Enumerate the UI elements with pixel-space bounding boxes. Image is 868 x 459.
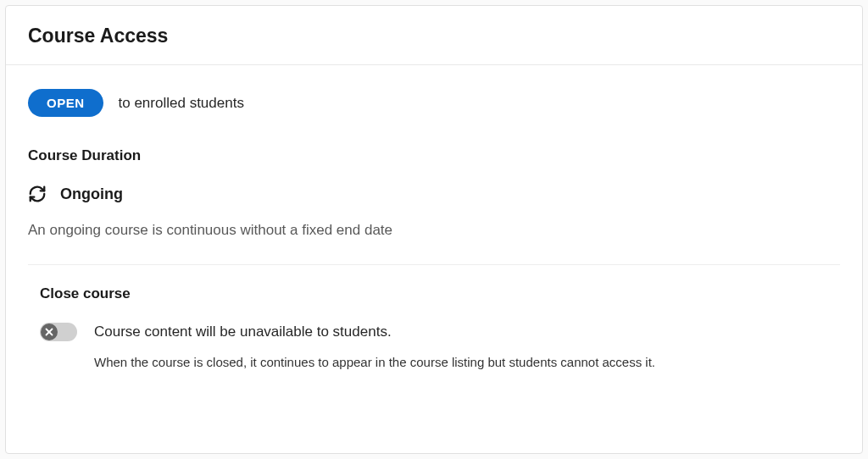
- close-icon: [45, 328, 53, 336]
- divider: [28, 264, 840, 265]
- card-header: Course Access: [6, 6, 862, 65]
- close-course-toggle-label: Course content will be unavailable to st…: [94, 324, 392, 340]
- close-course-title: Close course: [40, 285, 840, 302]
- status-row: OPEN to enrolled students: [28, 89, 840, 117]
- course-access-card: Course Access OPEN to enrolled students …: [5, 5, 863, 454]
- duration-value: Ongoing: [60, 185, 123, 203]
- close-course-section: Close course Course content will be unav…: [28, 285, 840, 369]
- close-course-description: When the course is closed, it continues …: [40, 355, 840, 369]
- duration-row: Ongoing: [28, 185, 840, 203]
- status-text: to enrolled students: [119, 95, 244, 112]
- toggle-knob: [41, 324, 58, 340]
- close-course-toggle-row: Course content will be unavailable to st…: [40, 323, 840, 341]
- ongoing-icon: [28, 185, 47, 203]
- status-open-pill[interactable]: OPEN: [28, 89, 103, 117]
- duration-description: An ongoing course is continuous without …: [28, 222, 840, 239]
- card-body: OPEN to enrolled students Course Duratio…: [6, 65, 862, 369]
- close-course-toggle[interactable]: [40, 323, 77, 341]
- page-title: Course Access: [28, 25, 840, 47]
- duration-section-label: Course Duration: [28, 147, 840, 164]
